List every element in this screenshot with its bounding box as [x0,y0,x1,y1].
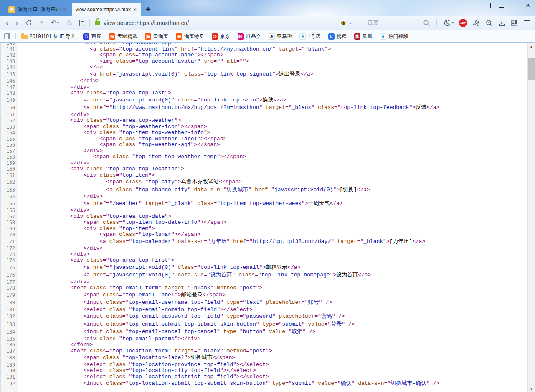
source-line: 187 <form class="top-location-form" targ… [1,348,528,354]
vertical-scrollbar[interactable]: ▲ ▼ [527,43,535,392]
bookmark-item[interactable]: 淘爱淘宝 [145,33,168,40]
source-line-text: <a href="http://www.maxthon.cn/mx/bug/po… [18,104,439,112]
home-icon[interactable]: ⌂ [39,20,44,26]
bookmark-item[interactable]: 淘天猫精选 [109,33,137,40]
bookmark-label: 百度 [91,33,101,40]
bookmark-folder[interactable]: 20191101 从 IE 导入 [21,33,76,40]
bookmark-item[interactable]: JD京东 [212,33,230,40]
bookmark-favicon-icon: e [380,33,386,40]
source-line: 180 <input class="top-email-username top… [1,299,528,307]
notes-icon[interactable] [79,20,85,26]
night-mode-icon[interactable]: ▾ [443,19,454,27]
source-line: 188 <span class="top-location-label">切换城… [1,354,528,362]
line-number: 157 [1,148,18,154]
resource-sniffer-icon[interactable] [485,19,493,27]
source-line-text: <span class="top-lunar"></span> [18,232,200,238]
line-number: 141 [1,46,18,53]
tab-maxthon-today[interactable]: ✳ 傲游今日_傲游用户专属的网 × [5,3,70,16]
secure-lock-icon[interactable] [95,21,100,25]
address-box[interactable]: view-source:https://i.maxthon.cn/ [95,20,189,26]
sidebar-toggle-icon[interactable] [4,33,10,39]
bookmark-item[interactable]: a亚马逊 [269,33,292,40]
bookmark-item[interactable]: 凤凤凰 [354,33,373,40]
undo-icon[interactable]: ↶▾ [51,20,59,26]
line-number: 189 [1,362,18,368]
adblock-plus-icon[interactable]: ABP [459,19,467,27]
scroll-up-icon[interactable]: ▲ [528,43,535,50]
line-number: 171 [1,238,18,246]
source-line: 169 <div class="top-item"> [1,226,528,232]
new-tab-button[interactable]: + [146,4,151,14]
line-number: 154 [1,130,18,136]
source-line: 177 </div> [1,279,528,286]
line-number: 152 [1,118,18,124]
line-number: 183 [1,321,18,329]
tab-close-icon[interactable]: × [132,7,137,12]
tab-title: 傲游今日_傲游用户专属的网 [18,6,60,13]
bookmark-item[interactable]: 百百度 [83,33,101,40]
view-source-content: 140 <div class="top-account-pop">141 <a … [0,43,535,392]
source-line: 179 <span class="top-email-label">邮箱登录</… [1,291,528,299]
menu-hamburger-icon[interactable] [523,20,531,26]
source-line-text: <select class="top-location-district top… [18,374,269,380]
source-line: 152 <div class="top-area top-weather"> [1,118,528,124]
bookmark-item[interactable]: C携程 [328,33,347,40]
source-line: 163 <a class="top-change-city" data-s-n=… [1,186,528,194]
source-line: 178 <form class="top-email-form" target=… [1,285,528,291]
source-line-text: <input class="top-email-cancel top-cance… [18,328,316,336]
line-number: 164 [1,194,18,200]
source-line: 176 <a href="javascript:void(0)" data-s-… [1,271,528,279]
url-text[interactable]: view-source:https://i.maxthon.cn/ [104,20,189,26]
line-number: 187 [1,348,18,354]
tools-wrench-icon[interactable] [472,19,480,27]
bookmark-favicon-icon: C [328,33,335,40]
forward-icon[interactable]: › [15,20,18,26]
source-line: 151 </div> [1,112,528,118]
source-line: 190 <select class="top-location-city top… [1,368,528,374]
bookmark-favicon-icon: 淘 [145,33,151,40]
bookmark-item[interactable]: 淘淘宝特卖 [176,33,204,40]
minimize-button[interactable] [498,3,504,8]
line-number: 185 [1,336,18,342]
search-input[interactable]: 百度 [368,19,418,27]
tab-strip: ✳ 傲游今日_傲游用户专属的网 × view-source:https://i.… [5,3,151,16]
line-number: 179 [1,291,18,299]
source-line-text: </div> [18,245,103,252]
source-line: 146 </div> [1,78,528,84]
apps-grid-icon[interactable] [511,20,518,27]
line-number: 160 [1,166,18,172]
source-line: 182 <input class="top-email-password top… [1,313,528,321]
bookmark-item[interactable]: 特唯品会 [238,33,261,40]
back-icon[interactable]: ‹ [6,20,8,26]
source-line-text: <span class="top-account-name"></span> [18,52,223,58]
line-number: 190 [1,368,18,374]
layout-panel-icon[interactable] [485,3,491,8]
search-icon[interactable] [423,20,430,27]
line-number: 158 [1,154,18,160]
line-number: 146 [1,78,18,84]
source-line: 186 </form> [1,342,528,348]
maximize-button[interactable] [512,3,517,8]
search-engine-selector[interactable]: ▾ [340,19,351,27]
source-line-text: <span class="top-weather-label"></span> [18,136,227,142]
bookmark-favicon-icon: 特 [238,33,244,40]
tab-title: view-source:https://i.maxtho [76,7,131,13]
line-number: 161 [1,172,18,179]
bookmark-item[interactable]: e1号店 [299,33,321,40]
source-line-text: <span class="top-item top-weather-temp">… [18,154,246,160]
tab-close-icon[interactable]: × [62,7,67,12]
line-number: 181 [1,307,18,313]
bookmark-item[interactable]: e热门视频 [380,33,408,40]
close-window-button[interactable]: × [525,3,531,8]
scrollbar-thumb[interactable] [528,58,535,80]
scroll-down-icon[interactable]: ▼ [528,386,535,392]
source-line-text: <img class="top-account-avatar" src="" a… [18,58,249,65]
divider [15,33,16,39]
line-number: 182 [1,313,18,321]
favorites-star-icon[interactable]: ☆ [66,20,72,26]
download-icon[interactable] [498,20,505,27]
tab-view-source[interactable]: view-source:https://i.maxtho × [72,3,141,16]
source-line: 175 <a href="javascript:void(0)" class="… [1,264,528,272]
refresh-icon[interactable] [25,20,32,26]
bookmark-label: 携程 [337,33,347,40]
